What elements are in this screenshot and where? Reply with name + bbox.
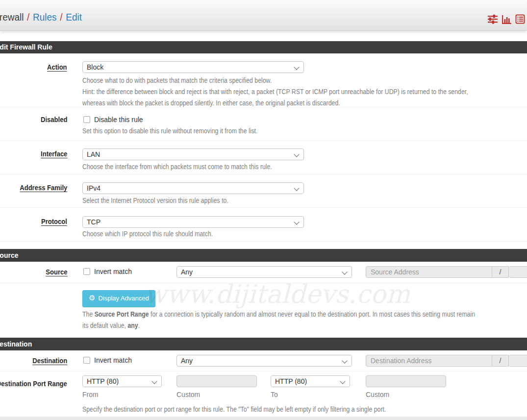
breadcrumb-root: Firewall <box>0 12 24 23</box>
action-label: Action <box>47 63 67 71</box>
destination-type-select[interactable]: Any <box>176 355 352 367</box>
disable-rule-checkbox-label: Disable this rule <box>94 116 143 124</box>
breadcrumb-link-edit[interactable]: Edit <box>66 12 82 23</box>
destination-mask-separator: / <box>492 355 509 367</box>
breadcrumb-separator: / <box>24 12 33 23</box>
port-from-custom-input[interactable] <box>176 375 257 387</box>
address-family-select[interactable]: IPv4 <box>82 182 304 194</box>
interface-label: Interface <box>41 150 67 158</box>
destination-invert-label: Invert match <box>94 356 132 364</box>
source-invert-label: Invert match <box>94 268 132 275</box>
bar-chart-icon[interactable] <box>502 14 511 24</box>
panel-header-destination: Destination <box>0 338 527 350</box>
breadcrumb-link-rules[interactable]: Rules <box>33 12 57 23</box>
interface-help: Choose the interface from which packets … <box>82 163 272 171</box>
pfsense-firewall-edit-page: Firewall/Rules/Edit <box>0 0 527 420</box>
protocol-label: Protocol <box>41 218 67 225</box>
protocol-help: Choose which IP protocol this rule shoul… <box>82 230 213 238</box>
gear-icon: ⚙ <box>89 294 95 302</box>
chevron-down-icon <box>342 269 347 274</box>
sliders-icon[interactable] <box>488 14 498 24</box>
source-type-select[interactable]: Any <box>176 266 352 278</box>
display-advanced-button-label: Display Advanced <box>98 295 149 302</box>
row-divider <box>0 107 527 107</box>
source-mask-input[interactable] <box>509 266 527 278</box>
port-from-caption: From <box>82 391 99 398</box>
breadcrumb-bar: Firewall/Rules/Edit <box>0 0 527 31</box>
source-label: Source <box>46 268 67 276</box>
action-select[interactable]: Block <box>82 61 304 73</box>
panel-title: Edit Firewall Rule <box>0 41 52 53</box>
breadcrumb-separator: / <box>57 12 66 23</box>
source-invert-checkbox[interactable] <box>83 268 90 275</box>
source-type-select-value: Any <box>181 268 193 276</box>
chevron-down-icon <box>294 185 299 191</box>
chevron-down-icon <box>342 358 347 363</box>
panel-header-source: Source <box>0 249 527 262</box>
watermark: www.dijitaldevs.com <box>145 279 410 309</box>
source-port-note-line: its default value, any. <box>82 320 475 331</box>
address-family-label: Address Family <box>20 184 67 192</box>
destination-label: Destination <box>32 357 67 365</box>
port-custom2-caption: Custom <box>366 391 389 398</box>
port-to-custom-input[interactable] <box>366 375 446 387</box>
row-divider <box>0 141 527 141</box>
source-address-input[interactable] <box>366 266 492 278</box>
destination-port-range-label: Destination Port Range <box>0 380 67 388</box>
panel-title: Destination <box>0 338 32 350</box>
port-to-select[interactable]: HTTP (80) <box>271 375 350 387</box>
port-from-select[interactable]: HTTP (80) <box>82 375 162 387</box>
destination-port-help: Specify the destination port or port ran… <box>82 405 386 413</box>
chevron-down-icon <box>294 151 299 157</box>
row-divider <box>0 174 527 174</box>
address-family-select-value: IPv4 <box>87 184 100 192</box>
chevron-down-icon <box>340 378 345 384</box>
source-mask-separator: / <box>492 266 509 278</box>
action-help-line: Choose what to do with packets that matc… <box>82 75 468 86</box>
source-port-note: The Source Port Range for a connection i… <box>82 309 475 331</box>
panel-header-edit-firewall-rule: Edit Firewall Rule <box>0 41 527 53</box>
action-help: Choose what to do with packets that matc… <box>82 75 468 109</box>
display-advanced-button[interactable]: ⚙Display Advanced <box>82 290 155 307</box>
protocol-select-value: TCP <box>87 218 100 226</box>
destination-mask-input[interactable] <box>509 355 527 367</box>
interface-select-value: LAN <box>87 150 100 158</box>
port-custom1-caption: Custom <box>176 391 200 398</box>
panel-title: Source <box>0 249 18 262</box>
source-port-note-line: The Source Port Range for a connection i… <box>82 309 475 320</box>
breadcrumb: Firewall/Rules/Edit <box>0 12 82 23</box>
section-divider-strip <box>0 417 527 420</box>
chevron-down-icon <box>294 219 299 224</box>
log-icon[interactable] <box>515 14 525 24</box>
port-to-select-value: HTTP (80) <box>275 377 307 385</box>
row-divider <box>0 283 527 283</box>
port-to-caption: To <box>271 391 278 398</box>
chevron-down-icon <box>294 64 299 70</box>
chevron-down-icon <box>151 378 157 384</box>
protocol-select[interactable]: TCP <box>82 216 304 228</box>
destination-address-input[interactable] <box>366 355 492 367</box>
address-family-help: Select the Internet Protocol version thi… <box>82 197 228 204</box>
row-divider <box>0 241 527 242</box>
disable-rule-checkbox[interactable] <box>83 116 90 123</box>
row-divider <box>0 371 527 371</box>
interface-select[interactable]: LAN <box>82 148 304 160</box>
destination-invert-checkbox[interactable] <box>83 357 90 364</box>
disabled-help: Set this option to disable this rule wit… <box>82 127 257 135</box>
action-select-value: Block <box>87 63 103 71</box>
destination-type-select-value: Any <box>181 357 193 365</box>
disabled-label: Disabled <box>41 116 67 124</box>
action-help-line: Hint: the difference between block and r… <box>82 86 468 98</box>
port-from-select-value: HTTP (80) <box>87 377 119 385</box>
row-divider <box>0 207 527 208</box>
